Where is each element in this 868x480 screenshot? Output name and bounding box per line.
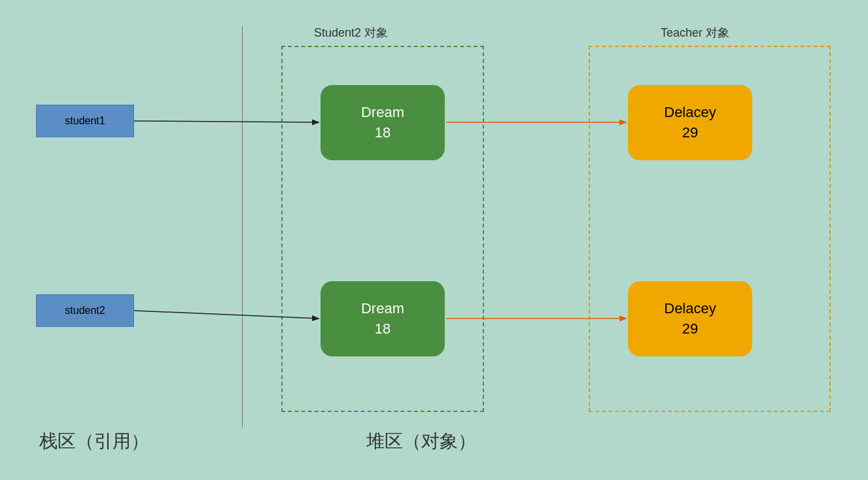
delacey-top-line1: Delacey	[664, 103, 716, 123]
dream-bottom-line2: 18	[375, 319, 391, 339]
teacher-object-label: Teacher 对象	[661, 25, 729, 41]
student1-label: student1	[65, 115, 105, 127]
delacey-box-bottom: Delacey 29	[628, 281, 752, 356]
dream-top-line1: Dream	[361, 103, 404, 123]
main-container: Student2 对象 Teacher 对象 student1 student2…	[0, 0, 868, 480]
delacey-box-top: Delacey 29	[628, 85, 752, 160]
delacey-top-line2: 29	[682, 123, 698, 143]
dream-top-line2: 18	[375, 123, 391, 143]
student2-box: student2	[36, 294, 134, 327]
student2-label: student2	[65, 305, 105, 317]
dream-box-top: Dream 18	[321, 85, 445, 160]
heap-area-label: 堆区（对象）	[366, 429, 476, 454]
dream-box-bottom: Dream 18	[321, 281, 445, 356]
stack-heap-divider	[242, 26, 243, 428]
stack-area-label: 栈区（引用）	[39, 429, 149, 454]
student2-object-label: Student2 对象	[314, 25, 388, 41]
dream-bottom-line1: Dream	[361, 299, 404, 319]
delacey-bottom-line1: Delacey	[664, 299, 716, 319]
delacey-bottom-line2: 29	[682, 319, 698, 339]
student1-box: student1	[36, 105, 134, 137]
